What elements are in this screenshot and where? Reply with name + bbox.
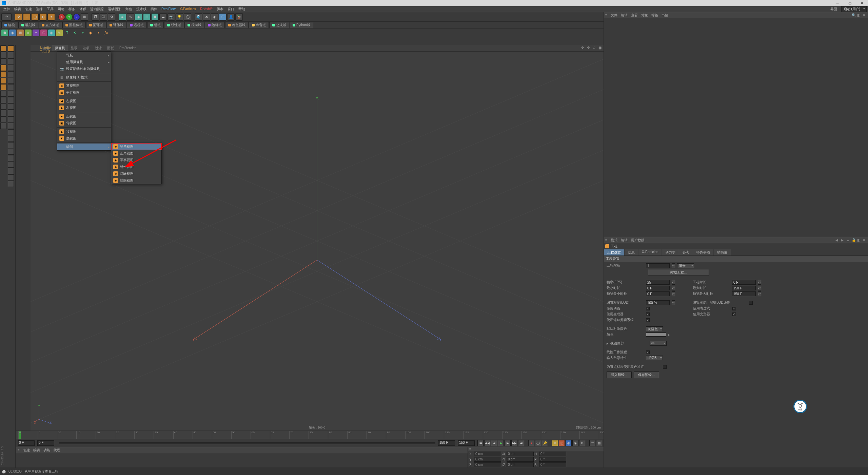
shelf-icon[interactable]: ◈ (25, 30, 32, 36)
vp-zoom-icon[interactable]: ⊙ (592, 46, 596, 51)
tl-current-field[interactable]: 0 F (37, 440, 54, 446)
camera-menu-axon[interactable]: 轴侧▸ ◈等角视图 ◈正角视图 ◈军事视图 ◈绅士视图 ◈鸟瞰视图 ◈蛙眼视图 (57, 144, 111, 150)
shelf-icon[interactable]: ⬢ (1, 30, 8, 36)
attr-dd-clip[interactable]: 中 (650, 341, 667, 346)
filter-icon[interactable]: ◧ (857, 13, 861, 17)
render-view[interactable]: 🖼 (92, 13, 99, 21)
tl-dopesheet[interactable]: ▤ (596, 440, 602, 446)
attr-close-icon[interactable]: ✕ (863, 238, 867, 242)
last-tool[interactable]: ✦ (47, 13, 55, 21)
tool-side-21[interactable] (8, 174, 14, 180)
spin-icon[interactable]: ▴▾ (758, 286, 761, 290)
move-tool[interactable]: ↔ (23, 13, 31, 21)
tl-param-key[interactable]: ◉ (572, 440, 578, 446)
menu-工具[interactable]: 工具 (45, 6, 56, 12)
shelf-icon[interactable]: ✧ (79, 30, 86, 36)
tool-side-20[interactable] (8, 168, 14, 174)
tl-next-frame[interactable]: ▶ (505, 440, 511, 446)
tl-pla-key[interactable]: P (579, 440, 585, 446)
window-minimize[interactable]: ─ (831, 0, 844, 6)
attr-field-pmax[interactable]: 150 F (732, 291, 756, 296)
shelf-tab[interactable]: 球体域 (106, 22, 126, 28)
menu-编辑[interactable]: 编辑 (12, 6, 23, 12)
attr-lock-icon[interactable]: 🔒 (852, 238, 856, 242)
tl-start-field[interactable]: 0 F (18, 440, 35, 446)
move-tool-side[interactable] (8, 45, 14, 52)
shelf-tab[interactable]: 圆柱体域 (62, 22, 86, 28)
xp-icon[interactable]: ✖ (203, 13, 210, 21)
objmgr-menu[interactable]: 编辑 (621, 13, 628, 18)
shelf-tab[interactable]: 远程域 (127, 22, 147, 28)
y-axis-lock[interactable]: Y (66, 14, 73, 20)
shelf-icon[interactable]: ✎ (56, 30, 63, 36)
tool-side-16[interactable] (8, 142, 14, 148)
attr-check-expr[interactable]: ✓ (732, 307, 736, 310)
shelf-icon[interactable]: ◐ (48, 30, 55, 36)
render-settings[interactable]: ⚙ (108, 13, 115, 21)
menu-创建[interactable]: 创建 (23, 6, 34, 12)
menu-角色[interactable]: 角色 (123, 6, 134, 12)
menu-体积[interactable]: 体积 (77, 6, 88, 12)
attr-check-lodr[interactable] (749, 301, 753, 305)
shelf-icon[interactable]: ◉ (9, 30, 16, 36)
spin-icon[interactable]: ▴▾ (672, 291, 675, 296)
load-preset-button[interactable]: 载入预设... (607, 372, 632, 378)
camera-menu-2dmode[interactable]: ▦摄像机2D模式 (57, 74, 111, 81)
attr-check-anim[interactable]: ✓ (646, 307, 650, 310)
poly-mode[interactable] (0, 78, 6, 84)
axon-frog[interactable]: ◈蛙眼视图 (111, 177, 161, 184)
shelf-icon[interactable]: ✦ (33, 30, 39, 36)
spin-icon[interactable]: ▴▾ (672, 280, 675, 285)
color-swatch[interactable] (646, 332, 666, 337)
add-deformer[interactable]: ⬢ (151, 13, 159, 21)
tool-side-18[interactable] (8, 155, 14, 161)
shelf-icon[interactable]: ♪ (95, 30, 102, 36)
spin-icon[interactable]: ▴▾ (672, 300, 675, 305)
render-picture-viewer[interactable]: 🎬 (100, 13, 107, 21)
tl-fcurve[interactable]: 〰 (589, 440, 595, 446)
attr-check-mog[interactable]: ✓ (646, 318, 650, 322)
shelf-tab[interactable]: 随机域 (205, 22, 225, 28)
tool-side-6[interactable] (8, 78, 14, 84)
attr-menu[interactable]: 编辑 (621, 238, 628, 243)
tool-side-15[interactable] (8, 136, 14, 142)
add-null[interactable]: ◯ (184, 13, 191, 21)
shelf-icon[interactable]: ⊞ (17, 30, 24, 36)
mat-menu[interactable]: 创建 (23, 448, 30, 453)
camera-menu-nav[interactable]: 导航▸ (57, 52, 111, 59)
mat-menu[interactable]: 编辑 (33, 448, 40, 453)
tool-side-22[interactable] (8, 181, 14, 187)
camera-menu-use[interactable]: 使用摄像机▸ (57, 59, 111, 65)
shelf-tab[interactable]: 公式域 (269, 22, 289, 28)
shelf-tab[interactable]: Python域 (290, 22, 313, 28)
vp-nav-icon[interactable]: ✥ (580, 46, 585, 51)
search-icon[interactable]: 🔍 (852, 13, 856, 17)
vp-menu-options[interactable]: 选项 (80, 45, 92, 51)
coord-h[interactable]: 0 ° (539, 452, 566, 456)
spin-icon[interactable]: ▴▾ (672, 263, 675, 268)
tool-side-13[interactable] (8, 123, 14, 129)
coord-system[interactable]: ⊞ (81, 13, 88, 21)
spin-icon[interactable]: ▴▾ (758, 291, 761, 296)
shelf-icon[interactable]: T (64, 30, 71, 36)
add-subdivision[interactable]: ◉ (135, 13, 142, 21)
menu-选择[interactable]: 选择 (34, 6, 45, 12)
menu-icon[interactable]: ≡ (605, 238, 607, 242)
attr-tab[interactable]: 动力学 (662, 249, 679, 255)
attr-check-def[interactable]: ✓ (732, 312, 736, 316)
menu-样条[interactable]: 样条 (66, 6, 77, 12)
object-manager-body[interactable] (604, 18, 868, 237)
tl-rot-key[interactable]: ◐ (566, 440, 572, 446)
coord-x-pos[interactable]: 0 cm (474, 452, 501, 456)
attr-fwd-icon[interactable]: ▶ (841, 238, 845, 242)
menu-插件[interactable]: 插件 (149, 6, 159, 12)
vp-menu-filter[interactable]: 过滤 (92, 45, 104, 51)
tool-side-14[interactable] (8, 129, 14, 135)
objmgr-menu[interactable]: 对象 (641, 13, 648, 18)
attr-field-max[interactable]: 150 F (732, 286, 756, 290)
camera-menu-back[interactable]: ▣背视图 (57, 120, 111, 127)
layout-dropdown[interactable]: 启动 (用户) (841, 6, 867, 12)
live-select-tool[interactable]: ✥ (15, 13, 22, 21)
vp-maximize-icon[interactable]: ▣ (597, 46, 602, 51)
texture-mode[interactable] (0, 52, 6, 58)
